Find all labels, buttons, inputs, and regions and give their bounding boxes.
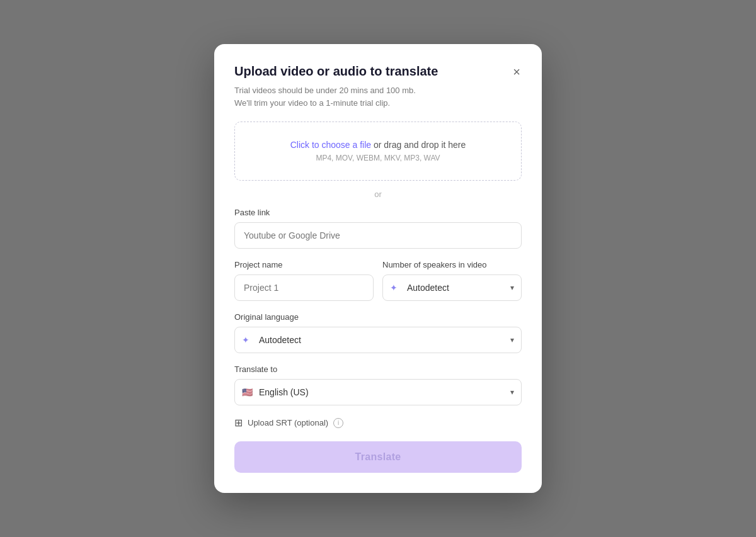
translate-button[interactable]: Translate [234,441,522,473]
click-to-choose-link[interactable]: Click to choose a file [290,140,371,150]
file-dropzone[interactable]: Click to choose a file or drag and drop … [234,122,522,181]
translate-to-select-wrapper: 🇺🇸 English (US) Spanish French German Ja… [234,379,522,405]
dropzone-formats: MP4, MOV, WEBM, MKV, MP3, WAV [245,154,511,162]
modal-title: Upload video or audio to translate [234,64,438,79]
or-divider: or [234,189,522,199]
translate-to-group: Translate to 🇺🇸 English (US) Spanish Fre… [234,365,522,405]
modal-dialog: Upload video or audio to translate × Tri… [214,44,542,493]
original-language-label: Original language [234,312,522,322]
translate-to-label: Translate to [234,365,522,374]
speakers-select[interactable]: Autodetect 1 2 3 4 5+ [382,274,522,301]
project-name-label: Project name [234,260,374,269]
paste-link-label: Paste link [234,208,522,217]
upload-srt-row[interactable]: ⊞ Upload SRT (optional) i [234,417,522,429]
close-button[interactable]: × [512,64,522,79]
speakers-field: Number of speakers in video ✦ Autodetect… [382,260,522,301]
original-language-select[interactable]: Autodetect English Spanish French German [234,327,522,353]
project-name-field: Project name [234,260,374,301]
speakers-select-wrapper: ✦ Autodetect 1 2 3 4 5+ ▾ [382,274,522,301]
info-icon[interactable]: i [333,418,343,428]
upload-srt-icon: ⊞ [234,417,243,429]
modal-subtitle: Trial videos should be under 20 mins and… [234,84,522,109]
modal-header: Upload video or audio to translate × [234,64,522,79]
project-name-input[interactable] [234,274,374,301]
upload-srt-label: Upload SRT (optional) [248,418,328,427]
original-language-group: Original language ✦ Autodetect English S… [234,312,522,353]
original-language-select-wrapper: ✦ Autodetect English Spanish French Germ… [234,327,522,353]
two-col-row: Project name Number of speakers in video… [234,260,522,301]
translate-to-select[interactable]: English (US) Spanish French German Japan… [234,379,522,405]
speakers-label: Number of speakers in video [382,260,522,269]
dropzone-text: Click to choose a file or drag and drop … [245,140,511,150]
paste-link-input[interactable] [234,222,522,249]
